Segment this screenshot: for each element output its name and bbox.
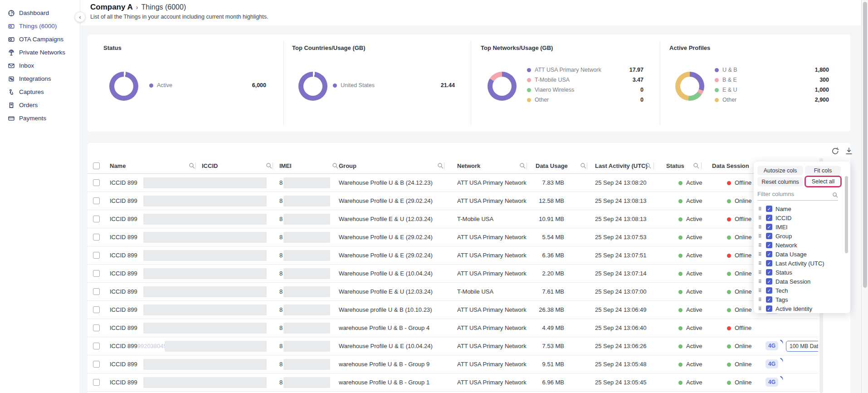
row-checkbox[interactable] bbox=[93, 179, 100, 186]
row-checkbox[interactable] bbox=[93, 252, 100, 259]
sidebar-item-payments[interactable]: Payments bbox=[0, 112, 80, 125]
table-row[interactable]: ICCID 899 8999923 8 warehouse Profile U … bbox=[88, 373, 818, 392]
window-scrollbar[interactable] bbox=[861, 0, 868, 393]
column-checkbox[interactable]: ✓ bbox=[766, 251, 772, 257]
column-menu-item-last-activity-utc[interactable]: ⠿ ✓ Last Activity (UTC) bbox=[754, 259, 850, 268]
drag-handle-icon[interactable]: ⠿ bbox=[758, 261, 763, 266]
drag-handle-icon[interactable]: ⠿ bbox=[758, 234, 763, 239]
select-all-columns-button[interactable]: Select all bbox=[805, 176, 842, 187]
drag-handle-icon[interactable]: ⠿ bbox=[758, 288, 763, 293]
column-header-network[interactable]: Network bbox=[457, 158, 480, 174]
drag-handle-icon[interactable]: ⠿ bbox=[758, 243, 763, 248]
search-icon[interactable] bbox=[519, 162, 526, 169]
row-checkbox[interactable] bbox=[93, 361, 100, 368]
column-header-la[interactable]: Last Activity (UTC) bbox=[595, 158, 648, 174]
window-scrollbar-thumb[interactable] bbox=[863, 2, 867, 288]
row-checkbox[interactable] bbox=[93, 234, 100, 241]
row-checkbox[interactable] bbox=[93, 216, 100, 222]
drag-handle-icon[interactable]: ⠿ bbox=[758, 216, 763, 221]
column-checkbox[interactable]: ✓ bbox=[766, 296, 772, 303]
table-row[interactable]: ICCID 899 8999923 8 Warehouse Profile U … bbox=[88, 265, 818, 283]
column-menu-item-imei[interactable]: ⠿ ✓ IMEI bbox=[754, 222, 850, 231]
row-checkbox[interactable] bbox=[93, 197, 100, 204]
column-menu-item-active-identity[interactable]: ⠿ ✓ Active Identity bbox=[754, 304, 850, 313]
row-checkbox[interactable] bbox=[93, 379, 100, 386]
tag-pill[interactable]: 100 MB Data bbox=[786, 341, 818, 352]
table-row[interactable]: ICCID 899 8999923 8 Warehouse profile U … bbox=[88, 301, 818, 319]
column-checkbox[interactable]: ✓ bbox=[766, 224, 772, 230]
filter-columns-input[interactable]: Filter columns bbox=[757, 191, 838, 201]
table-row[interactable]: ICCID 899 8999923 8 Warehouse Profile U … bbox=[88, 192, 818, 210]
column-header-ds[interactable]: Data Session bbox=[712, 158, 749, 174]
sidebar-item-private-networks[interactable]: Private Networks bbox=[0, 46, 80, 59]
column-menu-item-name[interactable]: ⠿ ✓ Name bbox=[754, 204, 850, 213]
column-header-du[interactable]: Data Usage bbox=[536, 158, 568, 174]
row-checkbox[interactable] bbox=[93, 343, 100, 349]
column-menu-item-tags[interactable]: ⠿ ✓ Tags bbox=[754, 295, 850, 304]
breadcrumb-company[interactable]: Company A bbox=[90, 3, 133, 12]
sidebar-item-ota-campaigns[interactable]: OTA Campaigns bbox=[0, 33, 80, 46]
search-icon[interactable] bbox=[189, 162, 195, 169]
drag-handle-icon[interactable]: ⠿ bbox=[758, 297, 763, 302]
column-menu-item-tech[interactable]: ⠿ ✓ Tech bbox=[754, 286, 850, 295]
column-menu-item-group[interactable]: ⠿ ✓ Group bbox=[754, 231, 850, 241]
column-checkbox[interactable]: ✓ bbox=[766, 215, 772, 221]
column-checkbox[interactable]: ✓ bbox=[766, 287, 772, 294]
drag-handle-icon[interactable]: ⠿ bbox=[758, 252, 763, 257]
column-header-status[interactable]: Status bbox=[666, 158, 684, 174]
sidebar-collapse-button[interactable]: ‹ bbox=[75, 12, 85, 22]
table-row[interactable]: ICCID 899 899992542.001.210 4 8 Warehous… bbox=[88, 283, 818, 301]
column-checkbox[interactable]: ✓ bbox=[766, 269, 772, 275]
column-menu-item-data-usage[interactable]: ⠿ ✓ Data Usage bbox=[754, 250, 850, 259]
table-row[interactable]: ICCID 899 8999923 8 Warehouse Profile U … bbox=[88, 228, 818, 246]
column-checkbox[interactable]: ✓ bbox=[766, 206, 772, 212]
table-row[interactable]: ICCID 8999920380450290544 8999923 8 Ware… bbox=[88, 337, 818, 355]
sidebar-item-dashboard[interactable]: Dashboard bbox=[0, 6, 80, 20]
refresh-button[interactable] bbox=[830, 146, 840, 156]
column-checkbox[interactable]: ✓ bbox=[766, 242, 772, 248]
drag-handle-icon[interactable]: ⠿ bbox=[758, 206, 763, 211]
drag-handle-icon[interactable]: ⠿ bbox=[758, 225, 763, 230]
row-checkbox[interactable] bbox=[93, 306, 100, 313]
table-row[interactable]: ICCID 899 8999923 8 Warehouse Profile U … bbox=[88, 246, 818, 265]
sidebar-item-orders[interactable]: Orders bbox=[0, 98, 80, 112]
table-row[interactable]: ICCID 899 8999923 8 warehouse Profile U … bbox=[88, 355, 818, 373]
sidebar-item-things-6000[interactable]: Things (6000) bbox=[0, 20, 80, 33]
search-icon[interactable] bbox=[266, 162, 272, 169]
drag-handle-icon[interactable]: ⠿ bbox=[758, 306, 763, 311]
row-checkbox[interactable] bbox=[93, 270, 100, 277]
search-icon[interactable] bbox=[437, 162, 444, 169]
column-header-iccid[interactable]: ICCID bbox=[202, 158, 218, 174]
download-button[interactable] bbox=[844, 146, 854, 156]
column-header-imei[interactable]: IMEI bbox=[279, 158, 292, 174]
column-menu-item-network[interactable]: ⠿ ✓ Network bbox=[754, 241, 850, 250]
column-checkbox[interactable]: ✓ bbox=[766, 278, 772, 285]
table-row[interactable]: ICCID 899 89999202380450290 4 8 Warehous… bbox=[88, 174, 818, 192]
column-header-group[interactable]: Group bbox=[339, 158, 356, 174]
row-checkbox[interactable] bbox=[93, 288, 100, 295]
row-checkbox[interactable] bbox=[93, 324, 100, 331]
column-menu-item-data-session[interactable]: ⠿ ✓ Data Session bbox=[754, 277, 850, 286]
select-all-checkbox[interactable] bbox=[93, 162, 100, 169]
table-row[interactable]: ICCID 899 8999923 8 warehouse Profile U … bbox=[88, 319, 818, 337]
column-menu-item-status[interactable]: ⠿ ✓ Status bbox=[754, 268, 850, 277]
column-menu-item-iccid[interactable]: ⠿ ✓ ICCID bbox=[754, 213, 850, 222]
autosize-cols-button[interactable]: Autosize cols bbox=[757, 166, 803, 175]
search-icon[interactable] bbox=[645, 162, 651, 169]
search-icon[interactable] bbox=[693, 162, 699, 169]
search-icon[interactable] bbox=[332, 162, 338, 169]
column-checkbox[interactable]: ✓ bbox=[766, 305, 772, 312]
table-row[interactable]: ICCID 899 8999925 8 Warehouse Profile E … bbox=[88, 210, 818, 228]
column-checkbox[interactable]: ✓ bbox=[766, 260, 772, 266]
fit-cols-button[interactable]: Fit cols bbox=[805, 166, 841, 175]
search-icon[interactable] bbox=[580, 162, 586, 169]
column-checkbox[interactable]: ✓ bbox=[766, 233, 772, 239]
column-menu-scrollbar-thumb[interactable] bbox=[845, 176, 848, 253]
drag-handle-icon[interactable]: ⠿ bbox=[758, 279, 763, 284]
column-header-name[interactable]: Name bbox=[110, 158, 126, 174]
sidebar-item-integrations[interactable]: Integrations bbox=[0, 72, 80, 85]
sidebar-item-inbox[interactable]: Inbox bbox=[0, 59, 80, 72]
drag-handle-icon[interactable]: ⠿ bbox=[758, 270, 763, 275]
reset-columns-button[interactable]: Reset columns bbox=[757, 177, 803, 187]
sidebar-item-captures[interactable]: Captures bbox=[0, 85, 80, 98]
